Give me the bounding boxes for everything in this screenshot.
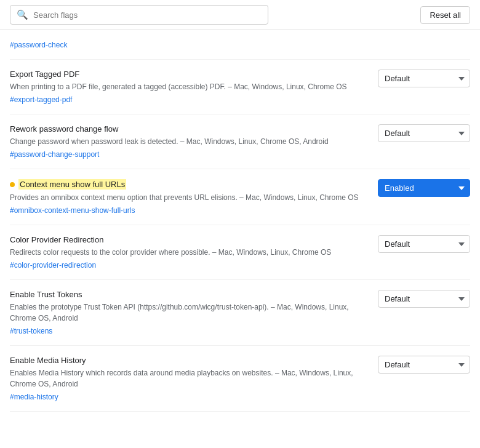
- flag-link[interactable]: #trust-tokens: [10, 327, 52, 335]
- flag-content: Export Tagged PDF When printing to a PDF…: [10, 70, 378, 104]
- flag-description: When printing to a PDF file, generated a…: [10, 81, 366, 92]
- flag-content: Enable Trust Tokens Enables the prototyp…: [10, 290, 378, 335]
- flag-item: Export Tagged PDF When printing to a PDF…: [10, 60, 470, 114]
- search-input[interactable]: [33, 10, 262, 20]
- flag-title-text: Context menu show full URLs: [18, 179, 126, 190]
- flag-item: Enable Media History Enables Media Histo…: [10, 346, 470, 412]
- flag-link[interactable]: #password-check: [10, 41, 67, 49]
- flag-enabled-dot: [10, 182, 15, 187]
- flag-select[interactable]: DefaultEnabledDisabled: [378, 70, 470, 87]
- flag-content: Enable Media History Enables Media Histo…: [10, 356, 378, 401]
- flag-select[interactable]: DefaultEnabledDisabled: [378, 235, 470, 253]
- flag-title-label: Rework password change flow: [10, 124, 118, 134]
- flag-title-label: Enable Media History: [10, 356, 86, 365]
- flag-title: Rework password change flow: [10, 124, 366, 134]
- flag-link[interactable]: #omnibox-context-menu-show-full-urls: [10, 206, 135, 215]
- flag-link[interactable]: #password-change-support: [10, 150, 99, 159]
- flag-select[interactable]: DefaultEnabledDisabled: [378, 290, 470, 308]
- flag-title-label: Export Tagged PDF: [10, 70, 79, 79]
- flags-list: #password-check Export Tagged PDF When p…: [0, 30, 480, 412]
- flag-content: Color Provider Redirection Redirects col…: [10, 235, 378, 270]
- flag-content: Rework password change flow Change passw…: [10, 124, 378, 159]
- search-icon: 🔍: [17, 9, 28, 20]
- flag-item: Enable Trust Tokens Enables the prototyp…: [10, 280, 470, 346]
- flag-title: Export Tagged PDF: [10, 70, 366, 79]
- flag-description: Provides an omnibox context menu option …: [10, 192, 366, 203]
- search-box: 🔍: [10, 5, 268, 25]
- flag-title: Enable Trust Tokens: [10, 290, 366, 299]
- flag-title: Enable Media History: [10, 356, 366, 365]
- flag-item: #password-check: [10, 30, 470, 60]
- flag-title-label: Enable Trust Tokens: [10, 290, 82, 299]
- flag-description: Enables Media History which records data…: [10, 367, 366, 390]
- flag-select[interactable]: DefaultEnabledDisabled: [378, 356, 470, 374]
- flag-select[interactable]: DefaultEnabledDisabled: [378, 179, 470, 197]
- flag-title: Context menu show full URLs: [10, 179, 366, 190]
- flag-link[interactable]: #export-tagged-pdf: [10, 95, 72, 104]
- flag-link[interactable]: #media-history: [10, 393, 58, 401]
- flag-control: DefaultEnabledDisabled: [378, 290, 470, 308]
- flag-control: DefaultEnabledDisabled: [378, 235, 470, 253]
- flag-item: Rework password change flow Change passw…: [10, 114, 470, 169]
- flag-content: #password-check: [10, 40, 470, 49]
- flag-description: Change password when password leak is de…: [10, 136, 366, 147]
- flag-select[interactable]: DefaultEnabledDisabled: [378, 124, 470, 142]
- flag-control: DefaultEnabledDisabled: [378, 124, 470, 142]
- flag-link[interactable]: #color-provider-redirection: [10, 261, 96, 270]
- flag-description: Enables the prototype Trust Token API (h…: [10, 302, 366, 324]
- flag-title: Color Provider Redirection: [10, 235, 366, 244]
- flag-item: Color Provider Redirection Redirects col…: [10, 225, 470, 280]
- flag-item: Context menu show full URLs Provides an …: [10, 169, 470, 225]
- header: 🔍 Reset all: [0, 0, 480, 30]
- flag-control: DefaultEnabledDisabled: [378, 356, 470, 374]
- reset-all-button[interactable]: Reset all: [420, 6, 470, 24]
- flag-control: DefaultEnabledDisabled: [378, 179, 470, 197]
- flag-title-label: Color Provider Redirection: [10, 235, 103, 244]
- flag-description: Redirects color requests to the color pr…: [10, 247, 366, 258]
- flag-control: DefaultEnabledDisabled: [378, 70, 470, 87]
- flag-content: Context menu show full URLs Provides an …: [10, 179, 378, 215]
